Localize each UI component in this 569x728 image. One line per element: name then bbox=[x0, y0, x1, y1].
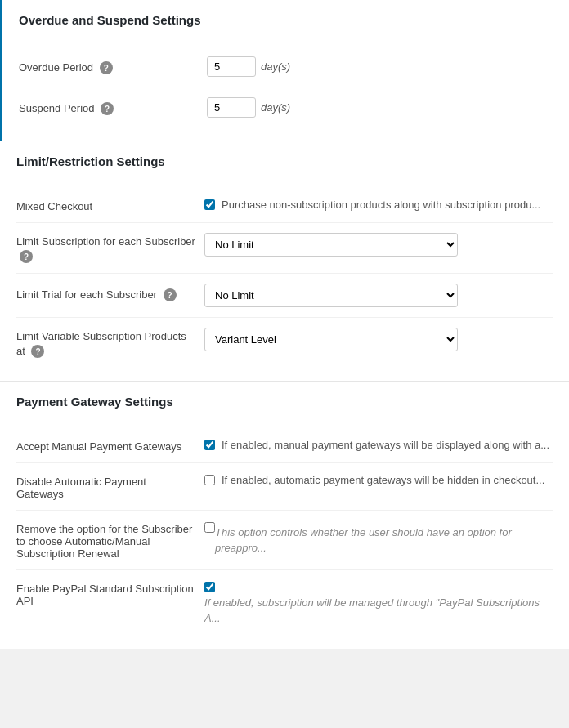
remove-option-control: This option controls whether the user sh… bbox=[204, 520, 553, 555]
paypal-control: If enabled, subscription will be managed… bbox=[204, 580, 553, 625]
overdue-section: Overdue and Suspend Settings Overdue Per… bbox=[0, 0, 569, 141]
limit-section: Limit/Restriction Settings Mixed Checkou… bbox=[0, 141, 569, 381]
mixed-checkout-row: Mixed Checkout Purchase non-subscription… bbox=[16, 188, 553, 223]
limit-trial-control: No Limit 1 2 3 bbox=[204, 284, 553, 307]
disable-automatic-description: If enabled, automatic payment gateways w… bbox=[222, 473, 544, 488]
remove-option-label-container: Remove the option for the Subscriber to … bbox=[16, 520, 204, 560]
paypal-checkbox-row bbox=[204, 580, 215, 592]
paypal-description: If enabled, subscription will be managed… bbox=[204, 596, 540, 623]
suspend-period-input-group: day(s) bbox=[207, 97, 290, 118]
limit-subscription-label: Limit Subscription for each Subscriber bbox=[16, 235, 195, 248]
suspend-period-unit: day(s) bbox=[261, 101, 290, 114]
settings-container: Overdue and Suspend Settings Overdue Per… bbox=[0, 0, 569, 649]
remove-option-checkbox[interactable] bbox=[204, 522, 215, 533]
accept-manual-checkbox-row: If enabled, manual payment gateways will… bbox=[204, 438, 549, 453]
suspend-period-label: Suspend Period bbox=[19, 102, 95, 114]
limit-subscription-row: Limit Subscription for each Subscriber ?… bbox=[16, 223, 553, 274]
mixed-checkout-label-container: Mixed Checkout bbox=[16, 198, 204, 212]
remove-option-label: Remove the option for the Subscriber to … bbox=[16, 523, 192, 560]
limit-variable-control: Variant Level Product Level bbox=[204, 328, 553, 351]
overdue-title: Overdue and Suspend Settings bbox=[19, 13, 553, 33]
overdue-period-help-icon[interactable]: ? bbox=[100, 61, 113, 74]
paypal-checkbox[interactable] bbox=[204, 582, 215, 592]
limit-trial-help-icon[interactable]: ? bbox=[164, 288, 177, 301]
accept-manual-label-container: Accept Manual Payment Gateways bbox=[16, 438, 204, 453]
limit-variable-row: Limit Variable Subscription Products at … bbox=[16, 318, 553, 368]
limit-subscription-label-container: Limit Subscription for each Subscriber ? bbox=[16, 233, 204, 263]
mixed-checkout-checkbox[interactable] bbox=[204, 199, 215, 210]
overdue-period-control: day(s) bbox=[207, 56, 553, 77]
disable-automatic-label-container: Disable Automatic Payment Gateways bbox=[16, 473, 204, 500]
limit-variable-help-icon[interactable]: ? bbox=[31, 345, 44, 358]
limit-trial-label-container: Limit Trial for each Subscriber ? bbox=[16, 284, 204, 301]
overdue-period-input[interactable] bbox=[207, 56, 256, 77]
mixed-checkout-description: Purchase non-subscription products along… bbox=[222, 198, 540, 212]
remove-option-row: Remove the option for the Subscriber to … bbox=[16, 511, 553, 570]
accept-manual-control: If enabled, manual payment gateways will… bbox=[204, 438, 553, 453]
remove-option-checkbox-row bbox=[204, 520, 215, 533]
payment-title: Payment Gateway Settings bbox=[16, 395, 553, 415]
suspend-period-row: Suspend Period ? day(s) bbox=[19, 87, 553, 127]
paypal-row: Enable PayPal Standard Subscription API … bbox=[16, 570, 553, 635]
overdue-period-label-container: Overdue Period ? bbox=[19, 56, 207, 74]
limit-subscription-help-icon[interactable]: ? bbox=[20, 250, 33, 263]
mixed-checkout-label: Mixed Checkout bbox=[16, 200, 92, 212]
accept-manual-row: Accept Manual Payment Gateways If enable… bbox=[16, 428, 553, 463]
overdue-period-label: Overdue Period bbox=[19, 61, 93, 74]
limit-subscription-select[interactable]: No Limit 1 2 3 5 10 bbox=[204, 233, 458, 257]
disable-automatic-control: If enabled, automatic payment gateways w… bbox=[204, 473, 553, 488]
overdue-period-unit: day(s) bbox=[261, 60, 290, 73]
limit-title: Limit/Restriction Settings bbox=[16, 154, 553, 175]
paypal-label-container: Enable PayPal Standard Subscription API bbox=[16, 580, 204, 607]
payment-section: Payment Gateway Settings Accept Manual P… bbox=[0, 381, 569, 649]
overdue-period-input-group: day(s) bbox=[207, 56, 290, 77]
accept-manual-checkbox[interactable] bbox=[204, 440, 215, 450]
suspend-period-label-container: Suspend Period ? bbox=[19, 97, 207, 115]
accept-manual-label: Accept Manual Payment Gateways bbox=[16, 440, 181, 453]
remove-option-description: This option controls whether the user sh… bbox=[215, 526, 512, 553]
disable-automatic-row: Disable Automatic Payment Gateways If en… bbox=[16, 463, 553, 511]
overdue-period-row: Overdue Period ? day(s) bbox=[19, 47, 553, 87]
limit-variable-label-container: Limit Variable Subscription Products at … bbox=[16, 328, 204, 358]
suspend-period-control: day(s) bbox=[207, 97, 553, 118]
mixed-checkout-checkbox-row: Purchase non-subscription products along… bbox=[204, 198, 540, 212]
limit-trial-row: Limit Trial for each Subscriber ? No Lim… bbox=[16, 274, 553, 318]
limit-variable-select[interactable]: Variant Level Product Level bbox=[204, 328, 458, 351]
limit-subscription-control: No Limit 1 2 3 5 10 bbox=[204, 233, 553, 257]
limit-trial-select[interactable]: No Limit 1 2 3 bbox=[204, 284, 458, 307]
suspend-period-input[interactable] bbox=[207, 97, 256, 118]
limit-trial-label: Limit Trial for each Subscriber bbox=[16, 288, 157, 301]
disable-automatic-label: Disable Automatic Payment Gateways bbox=[16, 476, 146, 500]
disable-automatic-checkbox[interactable] bbox=[204, 475, 215, 485]
paypal-label: Enable PayPal Standard Subscription API bbox=[16, 583, 194, 607]
suspend-period-help-icon[interactable]: ? bbox=[101, 102, 114, 115]
mixed-checkout-control: Purchase non-subscription products along… bbox=[204, 198, 553, 212]
disable-automatic-checkbox-row: If enabled, automatic payment gateways w… bbox=[204, 473, 544, 488]
accept-manual-description: If enabled, manual payment gateways will… bbox=[222, 438, 549, 453]
